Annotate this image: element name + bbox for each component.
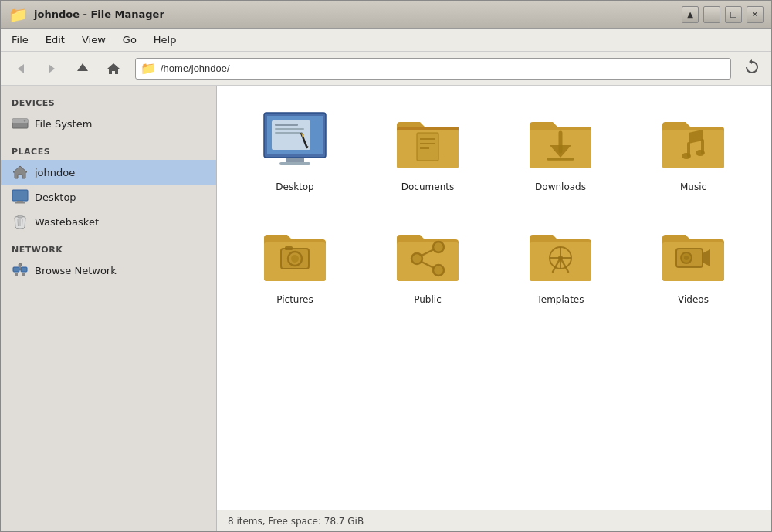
svg-rect-30 xyxy=(275,132,302,134)
svg-rect-17 xyxy=(18,215,22,218)
svg-point-8 xyxy=(24,126,25,127)
address-bar: 📁 xyxy=(135,58,731,80)
resize-button[interactable]: □ xyxy=(725,6,742,23)
main-window: 📁 johndoe - File Manager ▲ — □ ✕ File Ed… xyxy=(0,0,772,532)
sidebar-item-network[interactable]: Browse Network xyxy=(1,258,216,283)
desktop-icon xyxy=(12,188,29,205)
minimize-button[interactable]: ▲ xyxy=(682,6,699,23)
menu-go[interactable]: Go xyxy=(115,31,144,49)
forward-button[interactable] xyxy=(38,56,66,81)
sidebar-item-filesystem[interactable]: File System xyxy=(1,111,216,136)
downloads-icon-wrapper xyxy=(526,107,595,177)
filesystem-icon xyxy=(12,115,29,132)
window-controls: ▲ — □ ✕ xyxy=(682,6,764,23)
svg-marker-1 xyxy=(49,64,55,73)
svg-rect-22 xyxy=(22,273,25,276)
svg-rect-11 xyxy=(17,201,23,202)
file-item-desktop[interactable]: Desktop xyxy=(232,101,357,198)
svg-marker-0 xyxy=(18,64,24,73)
file-item-pictures[interactable]: Pictures xyxy=(232,214,357,311)
address-folder-icon: 📁 xyxy=(141,61,156,76)
svg-point-58 xyxy=(433,265,444,276)
network-header: NETWORK xyxy=(1,240,216,258)
svg-marker-4 xyxy=(749,59,752,64)
svg-point-53 xyxy=(291,255,299,263)
svg-rect-19 xyxy=(21,267,27,272)
music-folder-icon xyxy=(659,111,727,173)
file-item-downloads[interactable]: Downloads xyxy=(498,101,623,198)
svg-point-7 xyxy=(24,120,25,121)
svg-rect-28 xyxy=(275,124,298,126)
svg-line-16 xyxy=(22,219,23,226)
desktop-file-label: Desktop xyxy=(276,181,314,192)
title-bar: 📁 johndoe - File Manager ▲ — □ ✕ xyxy=(1,1,771,29)
address-input[interactable] xyxy=(161,63,726,74)
filesystem-label: File System xyxy=(35,118,92,130)
files-grid: Desktop xyxy=(217,86,771,510)
public-icon-wrapper xyxy=(393,220,462,290)
menu-bar: File Edit View Go Help xyxy=(1,29,771,52)
pictures-icon-wrapper xyxy=(260,220,330,290)
restore-button[interactable]: — xyxy=(703,6,720,23)
toolbar: 📁 xyxy=(1,52,771,86)
window-title: johndoe - File Manager xyxy=(34,8,164,20)
file-item-videos[interactable]: Videos xyxy=(631,214,756,311)
svg-rect-37 xyxy=(417,133,438,161)
home-icon xyxy=(12,164,29,181)
videos-file-label: Videos xyxy=(678,294,709,305)
menu-edit[interactable]: Edit xyxy=(38,31,73,49)
svg-point-67 xyxy=(558,256,563,260)
svg-rect-34 xyxy=(286,158,304,162)
file-item-public[interactable]: Public xyxy=(365,214,490,311)
svg-line-14 xyxy=(18,219,19,226)
menu-file[interactable]: File xyxy=(4,31,36,49)
svg-marker-3 xyxy=(107,63,120,74)
documents-file-label: Documents xyxy=(401,181,454,192)
svg-point-56 xyxy=(411,253,422,264)
menu-help[interactable]: Help xyxy=(146,31,185,49)
downloads-folder-icon xyxy=(527,111,594,173)
templates-icon-wrapper xyxy=(526,220,595,290)
documents-icon-wrapper xyxy=(393,107,462,177)
places-header: PLACES xyxy=(1,142,216,160)
sidebar-item-wastebasket[interactable]: Wastebasket xyxy=(1,209,216,234)
videos-icon-wrapper xyxy=(659,220,728,290)
close-button[interactable]: ✕ xyxy=(747,6,764,23)
main-area: DEVICES File System PLACES xyxy=(1,86,771,531)
music-file-label: Music xyxy=(680,181,706,192)
desktop-file-icon xyxy=(261,111,329,173)
wastebasket-icon xyxy=(12,213,29,230)
svg-rect-21 xyxy=(15,273,18,276)
svg-rect-55 xyxy=(397,242,459,281)
home-button[interactable] xyxy=(100,56,127,81)
file-area: Desktop xyxy=(217,86,771,531)
network-icon xyxy=(12,262,29,279)
desktop-file-icon-wrapper xyxy=(260,107,330,177)
pictures-folder-icon xyxy=(261,224,329,286)
svg-rect-54 xyxy=(285,246,293,250)
svg-point-57 xyxy=(433,242,444,252)
documents-folder-icon xyxy=(394,111,462,173)
status-bar: 8 items, Free space: 78.7 GiB xyxy=(217,510,771,531)
sidebar-item-desktop[interactable]: Desktop xyxy=(1,185,216,209)
svg-rect-35 xyxy=(279,162,310,165)
file-item-music[interactable]: Music xyxy=(631,101,756,198)
svg-rect-29 xyxy=(275,128,304,130)
menu-view[interactable]: View xyxy=(74,31,113,49)
svg-marker-9 xyxy=(13,166,27,178)
svg-point-48 xyxy=(682,153,691,159)
status-text: 8 items, Free space: 78.7 GiB xyxy=(228,516,364,527)
file-item-templates[interactable]: Templates xyxy=(498,214,623,311)
templates-folder-icon xyxy=(527,224,594,286)
reload-button[interactable] xyxy=(739,57,765,80)
svg-point-49 xyxy=(696,150,705,156)
pictures-file-label: Pictures xyxy=(276,294,313,305)
up-button[interactable] xyxy=(69,56,96,81)
sidebar-item-home[interactable]: johndoe xyxy=(1,160,216,185)
templates-file-label: Templates xyxy=(537,294,584,305)
back-button[interactable] xyxy=(7,56,35,81)
sidebar: DEVICES File System PLACES xyxy=(1,86,217,531)
svg-point-72 xyxy=(684,256,689,260)
svg-marker-2 xyxy=(77,63,88,71)
file-item-documents[interactable]: Documents xyxy=(365,101,490,198)
